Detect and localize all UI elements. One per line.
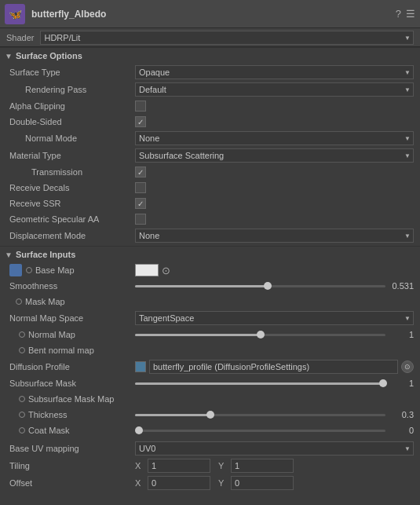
surface-inputs-header[interactable]: ▼ Surface Inputs <box>0 246 420 262</box>
offset-y-input[interactable] <box>231 476 294 490</box>
tiling-xy[interactable]: X Y <box>135 459 294 473</box>
header-actions[interactable]: ? ☰ <box>396 8 415 20</box>
displacement-mode-control[interactable]: None <box>135 229 414 243</box>
normal-map-space-control[interactable]: TangentSpace <box>135 311 414 325</box>
diffusion-profile-control[interactable]: butterfly_profile (DiffusionProfileSetti… <box>135 360 414 374</box>
material-type-control[interactable]: Subsurface Scattering <box>135 148 414 163</box>
transmission-checkbox[interactable] <box>135 167 146 177</box>
thickness-slider-track[interactable] <box>135 414 385 416</box>
receive-decals-checkbox[interactable] <box>135 182 146 193</box>
smoothness-control[interactable]: 0.531 <box>135 281 414 291</box>
normal-map-space-dropdown[interactable]: TangentSpace <box>135 311 414 325</box>
alpha-clipping-checkbox[interactable] <box>135 101 146 112</box>
tiling-y-input[interactable] <box>231 459 294 473</box>
receive-ssr-control[interactable] <box>135 198 414 209</box>
normal-map-control[interactable]: 1 <box>135 330 414 339</box>
diffusion-text[interactable]: butterfly_profile (DiffusionProfileSetti… <box>149 360 398 374</box>
offset-xy[interactable]: X Y <box>135 476 294 490</box>
geometric-specular-aa-control[interactable] <box>135 214 414 225</box>
smoothness-label: Smoothness <box>9 281 135 291</box>
surface-inputs-arrow: ▼ <box>5 251 13 259</box>
base-map-color-swatch[interactable] <box>135 264 159 276</box>
receive-ssr-row: Receive SSR <box>0 196 420 211</box>
tiling-control[interactable]: X Y <box>135 459 414 473</box>
thickness-control[interactable]: 0.3 <box>135 410 414 419</box>
tiling-label: Tiling <box>9 461 135 470</box>
base-map-label: Base Map <box>9 264 135 276</box>
bent-normal-row: Bent normal map <box>0 342 420 358</box>
normal-map-slider-wrapper[interactable]: 1 <box>135 330 414 339</box>
receive-decals-label: Receive Decals <box>9 183 135 192</box>
uv-dropdown-wrapper[interactable]: UV0 <box>135 441 414 456</box>
mask-map-row: Mask Map <box>0 294 420 309</box>
coat-mask-circle-icon <box>19 427 25 434</box>
shader-row: Shader HDRP/Lit <box>0 28 420 47</box>
thickness-slider-wrapper[interactable]: 0.3 <box>135 410 414 419</box>
rendering-pass-dropdown-wrapper[interactable]: Default <box>135 82 414 97</box>
displacement-mode-row: Displacement Mode None <box>0 227 420 244</box>
displacement-mode-dropdown-wrapper[interactable]: None <box>135 229 414 243</box>
double-sided-checkbox[interactable] <box>135 116 146 127</box>
surface-type-select[interactable]: Opaque <box>135 65 414 79</box>
normal-map-slider-track[interactable] <box>135 334 385 336</box>
shader-select-wrapper[interactable]: HDRP/Lit <box>40 31 414 45</box>
coat-mask-control[interactable]: 0 <box>135 426 414 435</box>
shader-select[interactable]: HDRP/Lit <box>40 31 414 45</box>
smoothness-slider-wrapper[interactable]: 0.531 <box>135 281 414 291</box>
surface-type-dropdown-wrapper[interactable]: Opaque <box>135 65 414 79</box>
alpha-clipping-control[interactable] <box>135 101 414 112</box>
subsurface-mask-control[interactable]: 1 <box>135 379 414 388</box>
normal-map-space-select[interactable]: TangentSpace <box>135 311 414 325</box>
base-uv-mapping-row: Base UV mapping UV0 <box>0 440 420 457</box>
coat-mask-slider-track[interactable] <box>135 430 385 432</box>
geometric-specular-aa-label: Geometric Specular AA <box>9 214 135 224</box>
diffusion-swatch[interactable] <box>135 361 146 372</box>
thickness-slider-thumb[interactable] <box>206 411 214 419</box>
subsurface-mask-slider-wrapper[interactable]: 1 <box>135 379 414 388</box>
uv-select[interactable]: UV0 <box>135 441 414 456</box>
subsurface-mask-slider-thumb[interactable] <box>379 379 387 387</box>
diffusion-target-button[interactable]: ⊙ <box>401 360 414 373</box>
base-uv-mapping-control[interactable]: UV0 <box>135 441 414 456</box>
geometric-specular-aa-checkbox[interactable] <box>135 214 146 225</box>
normal-map-slider-thumb[interactable] <box>257 331 265 338</box>
surface-type-control[interactable]: Opaque <box>135 65 414 79</box>
rendering-pass-select[interactable]: Default <box>135 82 414 97</box>
menu-icon[interactable]: ☰ <box>406 8 415 20</box>
base-map-row: Base Map ⊙ <box>0 262 420 278</box>
coat-mask-slider-wrapper[interactable]: 0 <box>135 426 414 435</box>
smoothness-slider-track[interactable] <box>135 285 385 287</box>
normal-map-space-row: Normal Map Space TangentSpace <box>0 309 420 327</box>
normal-mode-select[interactable]: None <box>135 131 414 145</box>
base-map-control[interactable]: ⊙ <box>135 264 414 276</box>
base-uv-mapping-label: Base UV mapping <box>9 444 135 453</box>
displacement-mode-select[interactable]: None <box>135 229 414 243</box>
normal-mode-dropdown-wrapper[interactable]: None <box>135 131 414 145</box>
subsurface-mask-value: 1 <box>389 379 414 388</box>
tiling-x-label: X <box>135 461 144 470</box>
normal-map-value: 1 <box>389 330 414 339</box>
normal-mode-control[interactable]: None <box>135 131 414 145</box>
surface-type-label: Surface Type <box>9 68 135 77</box>
surface-options-header[interactable]: ▼ Surface Options <box>0 47 420 64</box>
double-sided-control[interactable] <box>135 116 414 127</box>
material-type-select[interactable]: Subsurface Scattering <box>135 148 414 163</box>
help-icon[interactable]: ? <box>396 8 401 20</box>
smoothness-slider-thumb[interactable] <box>264 282 272 290</box>
subsurface-mask-slider-track[interactable] <box>135 382 385 385</box>
transmission-control[interactable] <box>135 167 414 177</box>
receive-ssr-checkbox[interactable] <box>135 198 146 209</box>
offset-control[interactable]: X Y <box>135 476 414 490</box>
receive-decals-control[interactable] <box>135 182 414 193</box>
rendering-pass-control[interactable]: Default <box>135 82 414 97</box>
smoothness-slider-fill <box>135 285 268 287</box>
coat-mask-slider-thumb[interactable] <box>135 426 143 434</box>
material-type-label: Material Type <box>9 151 135 160</box>
transmission-row: Transmission <box>0 164 420 180</box>
normal-map-row: Normal Map 1 <box>0 327 420 342</box>
offset-x-input[interactable] <box>148 476 210 490</box>
collapse-arrow: ▼ <box>5 52 13 60</box>
tiling-x-input[interactable] <box>148 459 210 473</box>
material-type-dropdown-wrapper[interactable]: Subsurface Scattering <box>135 148 414 163</box>
color-picker-icon[interactable]: ⊙ <box>162 265 170 276</box>
